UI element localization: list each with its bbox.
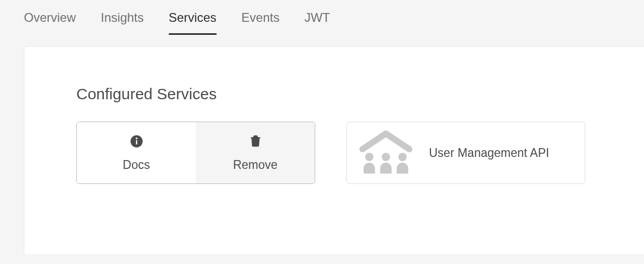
svg-point-4 (382, 153, 390, 161)
trash-icon (248, 134, 263, 151)
remove-button[interactable]: Remove (196, 122, 315, 183)
svg-point-3 (365, 153, 373, 161)
svg-point-2 (136, 137, 137, 139)
service-card-user-management[interactable]: User Management API (346, 122, 585, 184)
user-management-icon (357, 129, 414, 176)
info-icon (129, 134, 144, 151)
services-panel: Configured Services Docs Remove (24, 46, 644, 254)
svg-point-5 (398, 153, 407, 161)
section-title: Configured Services (76, 85, 644, 103)
tab-jwt[interactable]: JWT (304, 10, 330, 35)
cards-row: Docs Remove (76, 122, 644, 184)
tab-events[interactable]: Events (242, 10, 279, 35)
service-actions-card: Docs Remove (76, 122, 315, 184)
service-title: User Management API (429, 146, 549, 160)
tab-insights[interactable]: Insights (101, 10, 144, 35)
docs-label: Docs (123, 158, 150, 172)
tab-bar: Overview Insights Services Events JWT (0, 0, 644, 35)
tab-overview[interactable]: Overview (24, 10, 76, 35)
tab-services[interactable]: Services (169, 10, 217, 35)
remove-label: Remove (233, 158, 278, 172)
docs-button[interactable]: Docs (77, 122, 196, 183)
svg-rect-1 (136, 140, 137, 144)
